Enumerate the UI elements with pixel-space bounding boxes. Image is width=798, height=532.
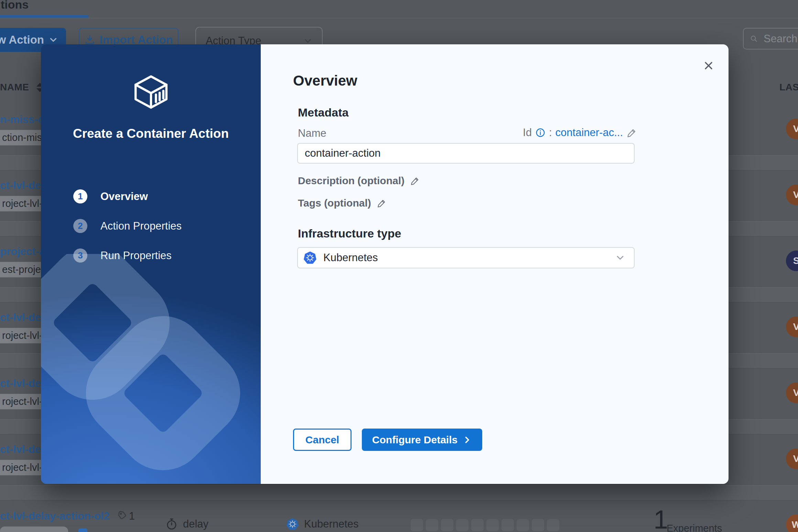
kubernetes-icon bbox=[286, 518, 299, 531]
run-history-squares bbox=[411, 519, 559, 531]
run-square bbox=[547, 519, 559, 531]
search-input[interactable] bbox=[764, 33, 798, 45]
page-title: Overview bbox=[293, 73, 357, 89]
action-kind-cell: delay bbox=[165, 518, 208, 531]
create-container-action-modal: Create a Container Action 1Overview2Acti… bbox=[41, 44, 729, 484]
modal-content: Overview Metadata Name Id : container-ac… bbox=[261, 44, 729, 484]
chevron-down-icon bbox=[48, 35, 58, 45]
tabbar-divider bbox=[0, 18, 798, 18]
tag-count: 1 bbox=[115, 510, 135, 522]
wizard-step-overview[interactable]: 1Overview bbox=[73, 189, 148, 203]
configure-label: Configure Details bbox=[372, 434, 457, 446]
chevron-right-icon bbox=[462, 435, 472, 445]
step-number: 2 bbox=[73, 219, 87, 233]
infrastructure-heading: Infrastructure type bbox=[298, 227, 401, 240]
run-square bbox=[532, 519, 544, 531]
wizard-step-run-properties[interactable]: 3Run Properties bbox=[73, 248, 172, 263]
metadata-heading: Metadata bbox=[298, 106, 348, 119]
modal-title: Create a Container Action bbox=[41, 125, 261, 142]
avatar: W bbox=[786, 514, 798, 532]
column-header-last: LAS bbox=[779, 82, 798, 93]
configure-details-button[interactable]: Configure Details bbox=[362, 429, 482, 451]
run-square bbox=[426, 519, 438, 531]
infrastructure-cell: Kubernetes bbox=[286, 518, 359, 531]
id-label: Id bbox=[523, 126, 532, 139]
row-divider bbox=[0, 485, 798, 500]
tab-actions[interactable]: tions bbox=[1, 0, 29, 11]
kubernetes-icon bbox=[303, 251, 317, 265]
description-label-row: Description (optional) bbox=[298, 175, 420, 187]
tags-label-row: Tags (optional) bbox=[298, 197, 387, 209]
avatar: V bbox=[786, 383, 798, 403]
run-square bbox=[471, 519, 484, 531]
action-id-chip bbox=[0, 527, 68, 532]
step-label: Action Properties bbox=[100, 220, 182, 232]
stopwatch-icon bbox=[165, 518, 178, 531]
experiments-label: Experiments bbox=[667, 523, 722, 532]
step-label: Run Properties bbox=[100, 250, 172, 262]
avatar: V bbox=[786, 317, 798, 337]
description-label: Description (optional) bbox=[298, 175, 405, 187]
experiments-count: 1 bbox=[654, 505, 668, 532]
infrastructure-label: Kubernetes bbox=[304, 518, 359, 530]
target-type-icon bbox=[78, 529, 87, 532]
column-header-name[interactable]: NAME bbox=[0, 82, 43, 93]
infrastructure-value: Kubernetes bbox=[323, 252, 608, 264]
run-square bbox=[456, 519, 468, 531]
run-square bbox=[517, 519, 529, 531]
id-value-link[interactable]: container-ac... bbox=[556, 126, 623, 139]
close-icon bbox=[702, 59, 715, 72]
new-action-label: w Action bbox=[0, 33, 44, 46]
search-icon bbox=[750, 33, 758, 44]
infrastructure-type-select[interactable]: Kubernetes bbox=[297, 247, 635, 268]
edit-id-icon[interactable] bbox=[626, 128, 637, 138]
tag-icon bbox=[115, 510, 127, 522]
avatar: V bbox=[786, 448, 798, 469]
avatar: V bbox=[786, 119, 798, 139]
download-icon bbox=[84, 34, 95, 45]
edit-description-icon[interactable] bbox=[410, 176, 420, 186]
avatar: S bbox=[786, 251, 798, 271]
steadybit-watermark-logo bbox=[41, 254, 261, 484]
step-number: 1 bbox=[73, 189, 87, 203]
id-row: Id : container-ac... bbox=[523, 126, 637, 139]
run-square bbox=[411, 519, 423, 531]
close-button[interactable] bbox=[701, 58, 716, 73]
tags-label: Tags (optional) bbox=[298, 197, 371, 209]
action-name-link[interactable]: ct-lvl-delay-action-ol2 1 bbox=[0, 510, 135, 522]
step-label: Overview bbox=[100, 190, 148, 203]
edit-tags-icon[interactable] bbox=[377, 198, 387, 208]
id-separator: : bbox=[549, 126, 552, 139]
action-kind-label: delay bbox=[183, 518, 208, 530]
avatar: V bbox=[786, 185, 798, 205]
name-input[interactable] bbox=[297, 143, 635, 164]
action-name-label: ct-lvl-delay-action-ol2 bbox=[0, 510, 110, 522]
run-square bbox=[486, 519, 499, 531]
name-header-label: NAME bbox=[0, 82, 29, 93]
tag-count-value: 1 bbox=[129, 510, 135, 522]
run-square bbox=[441, 519, 453, 531]
container-cube-icon bbox=[131, 75, 171, 110]
name-label: Name bbox=[298, 127, 326, 140]
run-square bbox=[502, 519, 514, 531]
search-box[interactable] bbox=[743, 28, 798, 49]
modal-sidebar: Create a Container Action 1Overview2Acti… bbox=[41, 44, 261, 484]
step-number: 3 bbox=[73, 248, 87, 263]
wizard-step-action-properties[interactable]: 2Action Properties bbox=[73, 219, 182, 233]
cancel-label: Cancel bbox=[305, 434, 339, 446]
info-icon[interactable] bbox=[535, 128, 546, 138]
cancel-button[interactable]: Cancel bbox=[293, 429, 352, 451]
chevron-down-icon bbox=[615, 252, 626, 263]
